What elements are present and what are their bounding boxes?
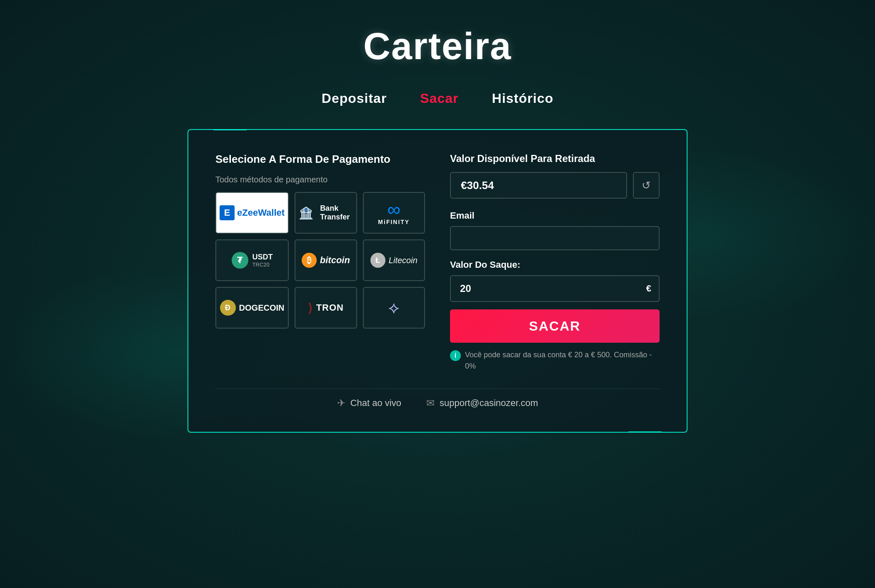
litecoin-icon: Ł (370, 253, 385, 268)
tab-historico[interactable]: Histórico (492, 89, 554, 108)
payment-method-banktransfer[interactable]: 🏦 Bank Transfer (295, 192, 357, 234)
tab-depositar[interactable]: Depositar (322, 89, 387, 108)
footer: ✈ Chat ao vivo ✉ support@casinozer.com (215, 389, 660, 409)
saque-input-row: € (450, 275, 660, 302)
usdt-sub-label: TRC20 (252, 262, 273, 268)
usdt-label: USDT (252, 253, 273, 262)
ezee-wallet-text: eZeeWallet (237, 207, 285, 218)
bitcoin-text: bitcoin (320, 255, 350, 266)
support-email-label: support@casinozer.com (440, 398, 538, 409)
dogecoin-text: DOGECOIN (239, 303, 285, 313)
info-row: i Você pode sacar da sua conta € 20 a € … (450, 349, 660, 372)
tron-text: TRON (316, 302, 344, 313)
wallet-panel: Selecione A Forma De Pagamento Todos mét… (188, 129, 688, 433)
email-icon: ✉ (426, 397, 435, 409)
bank-icon: 🏦 (299, 206, 313, 220)
mifinity-text: MiFINITY (378, 219, 410, 225)
payment-selection-panel: Selecione A Forma De Pagamento Todos mét… (215, 153, 425, 372)
email-label: Email (450, 210, 660, 221)
email-input[interactable] (450, 226, 660, 250)
bank-transfer-text: Bank Transfer (320, 204, 352, 222)
sacar-button[interactable]: Sacar (450, 309, 660, 343)
dogecoin-icon: Ð (220, 300, 236, 316)
payment-method-tron[interactable]: ⟩ TRON (295, 287, 357, 329)
chat-label: Chat ao vivo (350, 398, 401, 409)
tron-icon: ⟩ (308, 301, 313, 315)
payment-subtitle: Todos métodos de pagamento (215, 175, 425, 184)
support-email-link[interactable]: ✉ support@casinozer.com (426, 397, 538, 409)
mifinity-infinity-icon: ∞ (378, 200, 410, 219)
info-text: Você pode sacar da sua conta € 20 a € 50… (465, 349, 660, 372)
chat-ao-vivo-link[interactable]: ✈ Chat ao vivo (337, 397, 401, 409)
withdrawal-form-panel: Valor Disponível Para Retirada €30.54 ↺ … (450, 153, 660, 372)
usdt-icon: ₮ (232, 252, 248, 269)
payment-method-bitcoin[interactable]: ₿ bitcoin (295, 239, 357, 281)
tab-sacar[interactable]: Sacar (420, 89, 458, 108)
saque-amount-input[interactable] (450, 275, 660, 302)
ezee-e-icon: E (220, 205, 235, 220)
refresh-button[interactable]: ↺ (633, 172, 660, 199)
bitcoin-icon: ₿ (302, 253, 317, 268)
saque-label: Valor Do Saque: (450, 259, 660, 270)
ethereum-icon: ⟡ (388, 298, 399, 317)
amount-display-row: €30.54 ↺ (450, 172, 660, 199)
payment-method-usdt[interactable]: ₮ USDT TRC20 (215, 239, 289, 281)
payment-method-mifinity[interactable]: ∞ MiFINITY (363, 192, 425, 234)
payment-method-ethereum[interactable]: ⟡ (363, 287, 425, 329)
available-amount-display: €30.54 (450, 172, 627, 199)
payment-grid: E eZeeWallet 🏦 Bank Transfer ∞ MiFINITY (215, 192, 425, 329)
currency-symbol: € (646, 283, 651, 294)
payment-method-litecoin[interactable]: Ł Litecoin (363, 239, 425, 281)
tab-nav: Depositar Sacar Histórico (322, 89, 553, 108)
litecoin-text: Litecoin (389, 256, 418, 265)
payment-method-ezeewallet[interactable]: E eZeeWallet (215, 192, 289, 234)
amount-available-title: Valor Disponível Para Retirada (450, 153, 660, 164)
chat-icon: ✈ (337, 397, 345, 409)
page-title: Carteira (363, 25, 512, 68)
payment-section-title: Selecione A Forma De Pagamento (215, 153, 425, 166)
info-icon: i (450, 350, 461, 361)
payment-method-dogecoin[interactable]: Ð DOGECOIN (215, 287, 289, 329)
